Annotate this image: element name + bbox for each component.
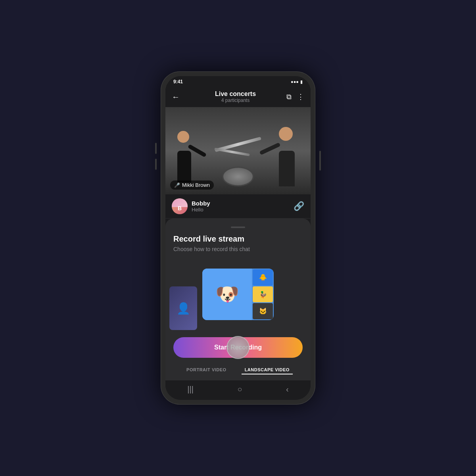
drum-body xyxy=(222,167,254,186)
phone-screen: 9:41 ●●● ▮ ← Live concerts 4 participant… xyxy=(165,76,311,400)
start-recording-button[interactable]: Start Recording xyxy=(173,337,303,358)
musician-left xyxy=(177,131,201,182)
chat-info: Bobby Hello xyxy=(192,200,290,213)
side-avatar-inner: 👤 xyxy=(169,286,197,330)
channel-title: Live concerts xyxy=(184,90,286,98)
tab-landscape-video[interactable]: LANDSCAPE VIDEO xyxy=(242,366,293,374)
body-right xyxy=(279,151,295,186)
side-avatar: 👤 xyxy=(169,286,197,330)
slider-thumb[interactable] xyxy=(226,336,250,359)
power-button[interactable] xyxy=(319,151,321,171)
pip-icon[interactable]: ⧉ xyxy=(286,93,292,101)
avatar-bobby-inner: B xyxy=(172,198,188,214)
slider-container: Start Recording xyxy=(173,337,303,358)
nav-back-icon[interactable]: ‹ xyxy=(283,382,292,397)
avatar-bobby: B xyxy=(172,198,188,214)
back-button[interactable]: ← xyxy=(172,92,184,102)
mic-icon: 🎤 xyxy=(174,182,180,188)
chat-action-icon[interactable]: 🔗 xyxy=(294,201,304,211)
speaker-name-tag: 🎤 Mikki Brown xyxy=(170,180,214,190)
tab-bar: PORTRAIT VIDEO LANDSCAPE VIDEO xyxy=(173,363,303,376)
nav-home-icon[interactable]: ○ xyxy=(234,382,245,397)
nav-menu-icon[interactable]: ||| xyxy=(184,382,197,397)
drum-kit xyxy=(198,139,278,186)
bottom-sheet: Record live stream Choose how to record … xyxy=(165,219,311,380)
header-title-area: Live concerts 4 participants xyxy=(184,90,286,103)
speaker-name: Mikki Brown xyxy=(182,182,210,188)
duck-emoji: 🐥 xyxy=(259,274,267,281)
chat-item-bobby[interactable]: B Bobby Hello 🔗 xyxy=(172,198,304,214)
battery-icon: ▮ xyxy=(300,79,303,84)
signal-icon: ●●● xyxy=(291,79,299,84)
grid-cell-1: 🐥 xyxy=(253,269,273,286)
preview-main: 🐶 xyxy=(202,269,252,320)
head-left xyxy=(177,131,189,143)
header: ← Live concerts 4 participants ⧉ ⋮ xyxy=(165,87,311,107)
chat-username: Bobby xyxy=(192,200,290,207)
header-actions: ⧉ ⋮ xyxy=(286,92,304,101)
phone-frame: 9:41 ●●● ▮ ← Live concerts 4 participant… xyxy=(161,71,315,405)
cymbal-side xyxy=(214,148,250,156)
chat-area: B Bobby Hello 🔗 xyxy=(165,194,311,219)
bottom-nav: ||| ○ ‹ xyxy=(165,380,311,400)
more-options-icon[interactable]: ⋮ xyxy=(297,92,304,101)
head-right xyxy=(279,127,293,141)
avatar-initial: B xyxy=(178,205,182,211)
volume-up-button[interactable] xyxy=(155,143,157,154)
chat-message: Hello xyxy=(192,207,290,213)
sheet-subtitle: Choose how to record this chat xyxy=(173,246,303,252)
tab-portrait-video[interactable]: PORTRAIT VIDEO xyxy=(183,366,230,374)
dog-emoji: 🐶 xyxy=(215,285,239,304)
extra-emoji: 🐱 xyxy=(259,307,267,315)
main-content: 🎤 Mikki Brown B Bobby Hello xyxy=(165,107,311,380)
participant-count: 4 participants xyxy=(184,98,286,103)
sheet-title: Record live stream xyxy=(173,234,303,244)
musician-right xyxy=(267,127,295,186)
status-bar: 9:41 ●●● ▮ xyxy=(165,76,311,87)
video-area: 🎤 Mikki Brown xyxy=(165,107,311,194)
volume-down-button[interactable] xyxy=(155,159,157,170)
cat-emoji: 🦆 xyxy=(259,291,267,298)
body-left xyxy=(177,151,191,182)
sheet-handle xyxy=(231,226,245,228)
preview-area: 👤 🐶 🐥 🦆 xyxy=(173,259,303,330)
grid-cell-3: 🐱 xyxy=(253,303,273,319)
preview-card[interactable]: 🐶 🐥 🦆 🐱 xyxy=(202,269,274,320)
side-avatar-emoji: 👤 xyxy=(177,302,190,315)
status-icons: ●●● ▮ xyxy=(291,79,303,84)
preview-grid: 🐥 🦆 🐱 xyxy=(252,269,274,320)
grid-cell-2: 🦆 xyxy=(253,286,273,303)
status-time: 9:41 xyxy=(173,79,183,84)
